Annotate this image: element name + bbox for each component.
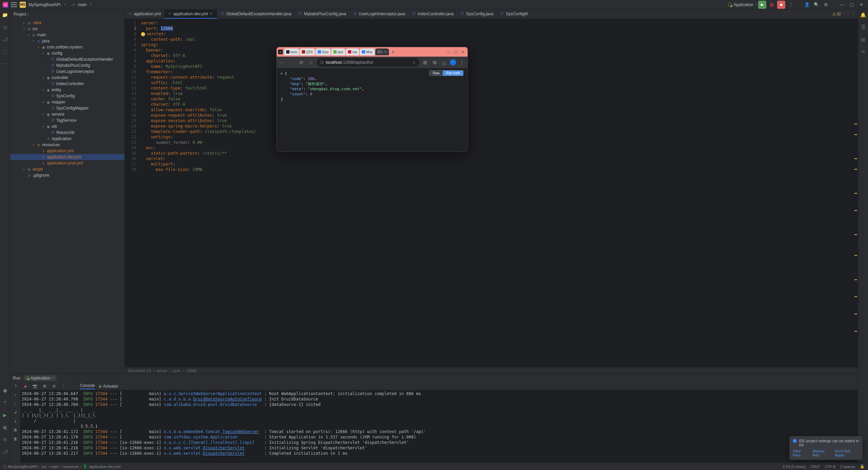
browser-minimize[interactable]: —	[447, 50, 450, 54]
actuator-tab[interactable]: ◉Actuator	[98, 384, 118, 389]
tree-item[interactable]: $application-dev.yml	[10, 154, 124, 160]
tree-item[interactable]: ⒾSysConfigMapper	[10, 105, 124, 111]
branch-icon[interactable]: ⎇	[71, 2, 75, 7]
editor-tab[interactable]: ⒸGlobalDefaultExceptionHandler.java	[217, 9, 295, 19]
services-button[interactable]: ⬢	[2, 387, 8, 394]
tree-item[interactable]: ▾🗀java	[10, 38, 124, 44]
tree-item[interactable]: $application.yml	[10, 148, 124, 154]
json-view-toggle[interactable]: Raw Parsed	[429, 70, 463, 76]
stop-run-button[interactable]: ■	[22, 383, 28, 389]
run-config-tab[interactable]: Application ✕	[24, 375, 57, 381]
tree-item[interactable]: ⊘.gitignore	[10, 172, 124, 178]
browser-maximize[interactable]: ▢	[454, 50, 457, 54]
site-info-icon[interactable]: ⓘ	[320, 60, 324, 65]
db-nav-button[interactable]: ▤	[860, 36, 867, 43]
tree-item[interactable]: ▸🗀.idea	[10, 20, 124, 26]
warnings-badge[interactable]: ⚠ 22	[832, 12, 841, 16]
editor-breadcrumbs[interactable]: Document 1/1 › server: › port: › 12666	[125, 367, 858, 374]
console-tab[interactable]: Console	[80, 383, 95, 389]
settings-button[interactable]: ⚙	[822, 1, 830, 9]
browser-active-tab[interactable]: l ✕	[375, 48, 389, 55]
ext1-button[interactable]: ⧉	[431, 59, 438, 66]
notification-dont-ask[interactable]: Don't Ask Again	[835, 449, 859, 457]
run-tool-button[interactable]: ▶	[2, 412, 8, 418]
tree-item[interactable]: ▸🗀target	[10, 166, 124, 172]
editor-gutter[interactable]: 1234567891011121314151617181920212223242…	[125, 19, 138, 367]
soft-wrap-button[interactable]: ↲	[12, 409, 18, 415]
tree-item[interactable]: ⒸSysConfig	[10, 93, 124, 99]
tree-item[interactable]: ⒸUserLoginInterceptor	[10, 68, 124, 75]
tree-item[interactable]: ▾◉config	[10, 50, 124, 56]
readonly-toggle[interactable]: 🔓	[860, 464, 865, 469]
address-bar[interactable]: ⓘ localhost:12666/api/author ☆	[317, 58, 419, 67]
main-menu-button[interactable]	[11, 2, 17, 7]
browser-menu-button[interactable]: ⋮	[458, 59, 466, 66]
indent-setting[interactable]: 2 spaces	[840, 465, 855, 469]
home-button[interactable]: ⌂	[307, 59, 315, 66]
clear-button[interactable]: 🗑	[12, 436, 18, 442]
scroll-end-button[interactable]: ⤓	[12, 418, 18, 424]
stop-button[interactable]: ■	[777, 1, 785, 9]
editor-more-button[interactable]: ⋮	[851, 12, 855, 17]
file-encoding[interactable]: UTF-8	[825, 465, 835, 469]
tree-item[interactable]: ▾◉com.softdev.system	[10, 44, 124, 50]
problems-tool-button[interactable]: ⊘	[2, 436, 8, 443]
commit-tool-button[interactable]: ◎	[2, 24, 8, 31]
tree-item[interactable]: ▾◉util	[10, 123, 124, 130]
new-tab-button[interactable]: +	[390, 49, 396, 55]
browser-tab[interactable]: mos	[284, 48, 299, 55]
nav-breadcrumbs[interactable]: ▢ MySpringBootAPI› src› main› resources›…	[3, 464, 121, 469]
tree-item[interactable]: ⒸReturnUtil	[10, 130, 124, 136]
notification-always-add[interactable]: Always Add	[813, 449, 831, 457]
layout-button[interactable]: ⊞	[41, 383, 47, 389]
tree-item[interactable]: ▾🗀main	[10, 32, 124, 38]
tree-item[interactable]: ▾◉controller	[10, 75, 124, 81]
project-tool-button[interactable]: 📁	[2, 12, 8, 18]
run-config-selector[interactable]: Application ▾	[728, 2, 757, 7]
editor-tab[interactable]: ⒸSysConfigM	[497, 9, 531, 19]
project-tree[interactable]: ▸🗀.idea▾🗀src▾🗀main▾🗀java▾◉com.softdev.sy…	[10, 19, 124, 374]
database-button[interactable]: 🗄	[860, 24, 867, 31]
build-tool-button[interactable]: ▣	[2, 424, 8, 431]
tree-item[interactable]: ▾◉mapper	[10, 99, 124, 105]
more-run-button[interactable]: ⋮	[60, 383, 66, 389]
tree-item[interactable]: ⒸIndexController	[10, 81, 124, 87]
rerun-button[interactable]: ↻	[13, 383, 19, 389]
profile-button[interactable]	[450, 59, 456, 65]
minimap[interactable]	[854, 20, 857, 366]
browser-tab[interactable]: spri	[331, 48, 345, 55]
tree-item[interactable]: ▾🗀resources	[10, 142, 124, 148]
editor-tab[interactable]: ⒸSysConfig.java	[457, 9, 497, 19]
next-highlight-button[interactable]: ˅	[847, 12, 849, 17]
terminal-tool-button[interactable]: T	[2, 399, 8, 406]
caret-position[interactable]: 2:14 (5 chars)	[783, 465, 806, 469]
back-button[interactable]: ←	[279, 59, 286, 66]
project-name[interactable]: MySpringBootAPI	[28, 2, 61, 7]
editor-tab[interactable]: ⒸMybatisPlusConfig.java	[295, 9, 350, 19]
browser-tab[interactable]: Mav	[360, 48, 375, 55]
snapshot-button[interactable]: 📷	[32, 383, 38, 389]
search-button[interactable]: 🔍	[812, 1, 821, 9]
editor-tab[interactable]: ⒸIndexController.java	[409, 9, 457, 19]
editor-tab[interactable]: ⚘application-dev.yml✕	[164, 9, 217, 19]
browser-content[interactable]: Raw Parsed ▼ { code: 200, msg: "操作成功", d…	[277, 68, 468, 152]
up-stack-button[interactable]: ↑	[12, 392, 18, 398]
ext2-button[interactable]: △	[440, 59, 448, 66]
bookmark-button[interactable]: ☆	[412, 60, 416, 65]
browser-tab[interactable]: (201	[300, 48, 315, 55]
project-panel-header[interactable]: Project ▾	[10, 9, 124, 19]
window-close[interactable]: ✕	[857, 1, 865, 9]
structure-tool-button[interactable]: ⬚	[2, 48, 8, 55]
run-button[interactable]: ▶	[758, 1, 766, 9]
more-actions-button[interactable]: ⋮	[787, 1, 795, 9]
browser-tab[interactable]: ma	[346, 48, 359, 55]
debug-button[interactable]: 🐞	[768, 1, 776, 9]
down-stack-button[interactable]: ↓	[12, 400, 18, 407]
console-output[interactable]: 2024-06-27 13:28:40.647 INFO 17344 --- […	[20, 390, 858, 463]
line-separator[interactable]: CRLF	[810, 465, 820, 469]
notifications-button[interactable]: 🔔	[860, 12, 867, 18]
filter-button[interactable]: ⊚	[51, 383, 57, 389]
tree-item[interactable]: ▾◉service	[10, 111, 124, 117]
editor-tab[interactable]: ⚘application.yml	[125, 9, 164, 19]
tree-item[interactable]: ▾◉entity	[10, 87, 124, 93]
